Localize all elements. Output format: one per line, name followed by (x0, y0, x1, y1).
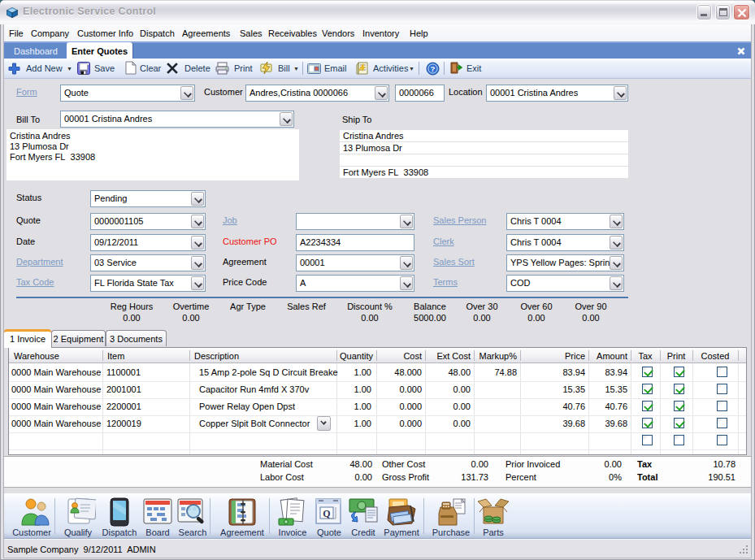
svg-text:?: ? (431, 64, 436, 73)
svg-text:Q: Q (323, 508, 330, 519)
